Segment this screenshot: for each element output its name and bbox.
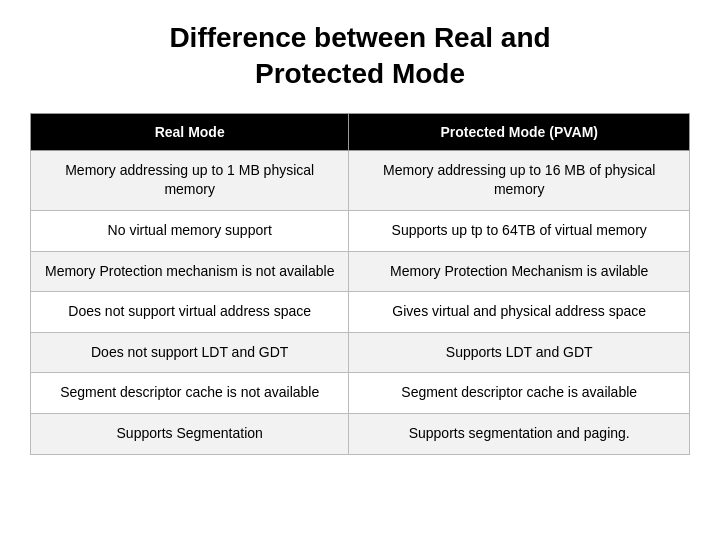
comparison-table: Real Mode Protected Mode (PVAM) Memory a… (30, 113, 690, 455)
real-mode-cell: Memory addressing up to 1 MB physical me… (31, 150, 349, 210)
protected-mode-cell: Gives virtual and physical address space (349, 292, 690, 333)
table-row: Memory addressing up to 1 MB physical me… (31, 150, 690, 210)
table-header-row: Real Mode Protected Mode (PVAM) (31, 113, 690, 150)
real-mode-cell: Segment descriptor cache is not availabl… (31, 373, 349, 414)
protected-mode-cell: Memory Protection Mechanism is avilable (349, 251, 690, 292)
real-mode-cell: Memory Protection mechanism is not avail… (31, 251, 349, 292)
col-header-protected-mode: Protected Mode (PVAM) (349, 113, 690, 150)
real-mode-cell: Supports Segmentation (31, 413, 349, 454)
real-mode-cell: Does not support virtual address space (31, 292, 349, 333)
protected-mode-cell: Segment descriptor cache is available (349, 373, 690, 414)
table-row: No virtual memory supportSupports up tp … (31, 210, 690, 251)
protected-mode-cell: Supports LDT and GDT (349, 332, 690, 373)
col-header-real-mode: Real Mode (31, 113, 349, 150)
protected-mode-cell: Supports up tp to 64TB of virtual memory (349, 210, 690, 251)
table-row: Supports SegmentationSupports segmentati… (31, 413, 690, 454)
page-title: Difference between Real and Protected Mo… (169, 20, 550, 93)
protected-mode-cell: Supports segmentation and paging. (349, 413, 690, 454)
real-mode-cell: Does not support LDT and GDT (31, 332, 349, 373)
table-row: Segment descriptor cache is not availabl… (31, 373, 690, 414)
real-mode-cell: No virtual memory support (31, 210, 349, 251)
table-row: Memory Protection mechanism is not avail… (31, 251, 690, 292)
table-row: Does not support virtual address spaceGi… (31, 292, 690, 333)
protected-mode-cell: Memory addressing up to 16 MB of physica… (349, 150, 690, 210)
table-row: Does not support LDT and GDTSupports LDT… (31, 332, 690, 373)
